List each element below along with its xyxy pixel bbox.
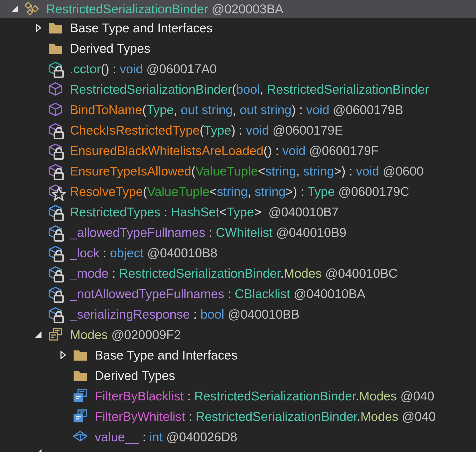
folder-icon [48, 40, 63, 56]
tree-item-label: BindToName(Type, out string, out string)… [70, 102, 403, 117]
assembly-explorer-tree: RestrictedSerializationBinder @020003BAB… [0, 0, 476, 452]
tree-item-label: CheckIsRestrictedType(Type) : void @0600… [70, 123, 343, 137]
tree-row-enum-member-filterbyblacklist[interactable]: FilterByBlacklist : RestrictedSerializat… [0, 386, 476, 406]
tree-row-method-ensuredblackwhitelistsareloaded[interactable]: EnsuredBlackWhitelistsAreLoaded() : void… [0, 140, 476, 161]
tree-row-field-lock[interactable]: _lock : object @040010B8 [0, 243, 476, 263]
tree-item-label: _mode : RestrictedSerializationBinder.Mo… [70, 266, 398, 280]
field-icon [48, 245, 63, 261]
collapse-toggle-icon[interactable] [32, 328, 48, 341]
tree-row-method-cctor[interactable]: .cctor() : void @060017A0 [0, 59, 476, 79]
collapse-toggle-icon[interactable] [9, 2, 24, 15]
expander-spacer [32, 185, 48, 198]
tree-item-label: Derived Types [70, 41, 150, 56]
expander-spacer [32, 307, 48, 321]
expander-spacer [57, 389, 72, 403]
tree-item-label: Base Type and Interfaces [70, 21, 213, 35]
tree-item-label: RestrictedTypes : HashSet<Type> @040010B… [70, 205, 339, 219]
field-icon [48, 286, 63, 301]
enum-member-icon [72, 408, 88, 424]
tree-item-label: FilterByWhitelist : RestrictedSerializat… [95, 409, 435, 424]
field-icon [48, 265, 63, 281]
static-constructor-method-icon [48, 61, 63, 77]
tree-row-modes-base-type-and-interfaces[interactable]: Base Type and Interfaces [0, 345, 476, 365]
expander-spacer [32, 164, 48, 178]
tree-row-method-resolvetype[interactable]: ResolveType(ValueTuple<string, string>) … [0, 181, 476, 202]
tree-item-label: EnsuredBlackWhitelistsAreLoaded() : void… [70, 143, 379, 158]
expander-spacer [32, 123, 48, 137]
tree-item-label: _notAllowedTypeFullnames : CBlacklist @0… [70, 286, 365, 301]
tree-row-method-constructor[interactable]: RestrictedSerializationBinder(bool, Rest… [0, 79, 476, 100]
expander-spacer [32, 62, 48, 75]
tree-row-field-notallowedtypefullnames[interactable]: _notAllowedTypeFullnames : CBlacklist @0… [0, 283, 476, 304]
enum-icon [48, 327, 63, 342]
field-icon [48, 306, 63, 322]
expander-spacer [57, 430, 72, 443]
field-icon [48, 204, 63, 220]
tree-item-label: Modes @020009F2 [70, 327, 181, 342]
class-icon [24, 1, 40, 17]
expander-spacer [57, 369, 72, 382]
expander-spacer [32, 144, 48, 157]
tree-item-label: EnsureTypeIsAllowed(ValueTuple<string, s… [70, 164, 424, 178]
expand-toggle-icon[interactable] [32, 21, 48, 34]
tree-item-label: .cctor() : void @060017A0 [70, 62, 217, 76]
expander-spacer [32, 226, 48, 239]
tree-row-next-node-partial[interactable] [0, 447, 476, 452]
tree-item-label: ResolveType(ValueTuple<string, string>) … [70, 184, 409, 199]
enum-value-field-icon [72, 429, 88, 445]
folder-icon [72, 368, 88, 383]
method-icon [48, 122, 63, 138]
tree-item-label: _lock : object @040010B8 [70, 246, 218, 260]
tree-item-label: _allowedTypeFullnames : CWhitelist @0400… [70, 225, 347, 240]
tree-row-field-value[interactable]: value__ : int @040026D8 [0, 426, 476, 447]
tree-row-field-serializingresponse[interactable]: _serializingResponse : bool @040010BB [0, 304, 476, 324]
tree-row-base-type-and-interfaces[interactable]: Base Type and Interfaces [0, 18, 476, 38]
tree-item-label: _serializingResponse : bool @040010BB [70, 307, 299, 321]
expander-spacer [57, 410, 72, 423]
tree-item-label: RestrictedSerializationBinder @020003BA [46, 2, 284, 16]
tree-row-field-mode[interactable]: _mode : RestrictedSerializationBinder.Mo… [0, 263, 476, 283]
tree-item-label: Derived Types [95, 368, 175, 383]
method-icon [48, 102, 63, 118]
constructor-method-icon [48, 81, 63, 97]
tree-row-field-restrictedtypes[interactable]: RestrictedTypes : HashSet<Type> @040010B… [0, 202, 476, 222]
tree-row-field-allowedtypefullnames[interactable]: _allowedTypeFullnames : CWhitelist @0400… [0, 222, 476, 243]
field-icon [48, 225, 63, 240]
tree-row-method-checkisrestrictedtype[interactable]: CheckIsRestrictedType(Type) : void @0600… [0, 120, 476, 140]
tree-row-method-ensuretypeisallowed[interactable]: EnsureTypeIsAllowed(ValueTuple<string, s… [0, 161, 476, 181]
tree-row-derived-types[interactable]: Derived Types [0, 38, 476, 59]
expand-toggle-icon[interactable] [57, 348, 72, 362]
expander-spacer [32, 205, 48, 219]
method-icon [48, 143, 63, 158]
tree-row-modes-derived-types[interactable]: Derived Types [0, 365, 476, 386]
tree-item-label: value__ : int @040026D8 [95, 430, 237, 444]
expander-spacer [32, 287, 48, 300]
method-icon [48, 184, 63, 199]
collapse-toggle-icon[interactable] [32, 447, 48, 452]
expander-spacer [32, 82, 48, 96]
tree-item-label: FilterByBlacklist : RestrictedSerializat… [95, 389, 434, 403]
expander-spacer [32, 103, 48, 116]
tree-row-method-bindtoname[interactable]: BindToName(Type, out string, out string)… [0, 100, 476, 120]
expander-spacer [32, 246, 48, 259]
tree-row-nested-enum-modes[interactable]: Modes @020009F2 [0, 324, 476, 345]
tree-row-enum-member-filterbywhitelist[interactable]: FilterByWhitelist : RestrictedSerializat… [0, 406, 476, 426]
folder-icon [72, 347, 88, 363]
enum-member-icon [72, 388, 88, 404]
tree-item-label: RestrictedSerializationBinder(bool, Rest… [70, 82, 429, 97]
tree-row-type-restrictedserializationbinder[interactable]: RestrictedSerializationBinder @020003BA [0, 0, 476, 18]
folder-icon [48, 20, 63, 36]
tree-item-label: Base Type and Interfaces [95, 348, 238, 362]
expander-spacer [32, 42, 48, 55]
method-icon [48, 163, 63, 179]
expander-spacer [32, 266, 48, 280]
